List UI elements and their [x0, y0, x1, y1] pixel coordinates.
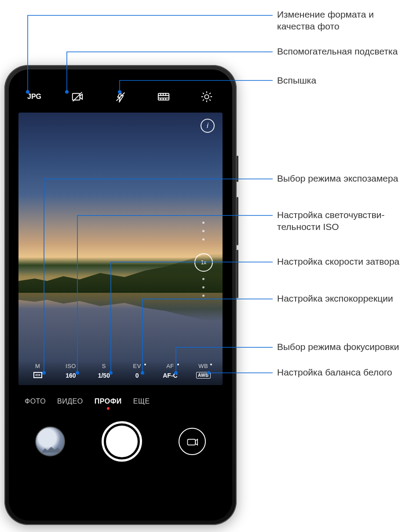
param-label: M	[35, 363, 40, 369]
zoom-scale-dots	[202, 278, 204, 297]
zoom-indicator[interactable]: 1x	[194, 253, 213, 272]
callout-metering: Выбор режима экспозамера	[277, 173, 405, 185]
callout-format: Изменение формата и качества фото	[277, 9, 405, 33]
param-shutter[interactable]: S 1/50	[91, 363, 117, 379]
svg-point-13	[204, 95, 208, 98]
param-value: 0	[135, 372, 139, 379]
camera-icon	[186, 436, 198, 447]
param-label: S	[102, 363, 106, 369]
callout-wb: Настройка баланса белого	[277, 367, 405, 379]
flash-button[interactable]	[110, 89, 131, 105]
param-metering[interactable]: M	[25, 363, 51, 379]
mode-selector[interactable]: ФОТО ВИДЕО ПРОФИ ЕЩЕ	[14, 385, 227, 411]
gear-icon	[200, 90, 213, 103]
camera-topbar: JPG	[14, 76, 227, 113]
flash-off-icon	[114, 90, 127, 103]
mode-photo[interactable]: ФОТО	[25, 397, 46, 405]
callout-af: Выбор режима фокусировки	[277, 341, 405, 353]
svg-rect-0	[73, 94, 80, 100]
param-label: ISO	[66, 363, 76, 369]
svg-rect-14	[187, 439, 195, 445]
svg-marker-15	[195, 439, 197, 445]
callout-assist: Вспомогательная подсветка	[277, 46, 405, 58]
param-ev[interactable]: EV 0	[124, 363, 150, 379]
viewfinder[interactable]: i 1x M ISO 160	[18, 113, 223, 385]
param-value: 160	[66, 372, 76, 379]
param-value: AWB	[196, 372, 211, 379]
callout-shutter: Настройка скорости затвора	[277, 256, 405, 268]
mode-pro[interactable]: ПРОФИ	[95, 397, 122, 405]
callout-ev: Настройка экспокоррекции	[277, 293, 405, 305]
bottom-controls	[14, 411, 227, 462]
switch-camera-button[interactable]	[179, 428, 206, 455]
mode-video[interactable]: ВИДЕО	[57, 397, 83, 405]
info-icon: i	[207, 122, 208, 130]
assist-light-icon	[71, 90, 84, 103]
callout-flash: Вспышка	[277, 75, 405, 87]
camera-screen: JPG	[14, 76, 227, 513]
param-iso[interactable]: ISO 160	[58, 363, 84, 379]
zoom-scale-dots	[202, 222, 204, 240]
param-label: AF	[166, 363, 174, 369]
gallery-thumbnail[interactable]	[35, 426, 65, 456]
film-icon	[157, 90, 170, 103]
zoom-value: 1x	[201, 259, 207, 266]
param-wb[interactable]: WB AWB	[190, 363, 216, 379]
param-value: 1/50	[98, 372, 110, 379]
param-af[interactable]: AF AF-C	[157, 363, 183, 379]
shutter-button[interactable]	[102, 421, 142, 462]
param-label: WB	[198, 363, 208, 369]
mode-more[interactable]: ЕЩЕ	[133, 397, 150, 405]
format-button[interactable]: JPG	[24, 89, 45, 105]
callout-iso: Настройка светочувстви­тельности ISO	[277, 209, 405, 233]
info-button[interactable]: i	[201, 119, 215, 133]
param-value: AF-C	[163, 372, 177, 379]
assist-light-button[interactable]	[67, 89, 88, 105]
param-label: EV	[133, 363, 141, 369]
pro-params-row: M ISO 160 S 1/50 EV 0	[18, 360, 223, 385]
phone-frame: JPG	[4, 65, 237, 525]
metering-icon	[33, 372, 42, 378]
settings-button[interactable]	[196, 89, 217, 105]
grid-button[interactable]	[153, 89, 174, 105]
format-label: JPG	[27, 93, 41, 101]
